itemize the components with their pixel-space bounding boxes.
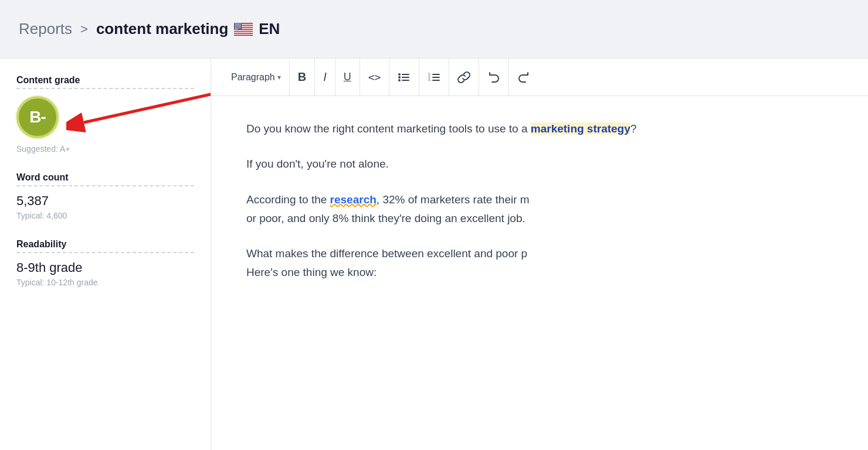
suggested-label: Suggested: A+ (16, 144, 194, 154)
code-button[interactable]: <> (360, 59, 390, 96)
paragraph-label: Paragraph (231, 72, 275, 83)
svg-rect-6 (234, 33, 253, 35)
grade-value: B- (29, 108, 46, 127)
editor-paragraph-1: Do you know the right content marketing … (246, 120, 833, 138)
svg-point-11 (238, 23, 239, 23)
bold-button[interactable]: B (290, 59, 315, 96)
breadcrumb-reports[interactable]: Reports (19, 20, 72, 38)
svg-rect-49 (402, 74, 409, 75)
paragraph2-text: If you don't, you're not alone. (246, 158, 389, 170)
word-count-section: Word count 5,387 Typical: 4,600 (16, 172, 194, 220)
readability-value: 8-9th grade (16, 260, 194, 275)
red-arrow-annotation (66, 90, 211, 137)
grade-circle: B- (16, 96, 59, 138)
readability-label: Readability (16, 239, 194, 253)
redo-button[interactable] (509, 59, 538, 96)
undo-icon (487, 71, 500, 84)
editor-paragraph-2: If you don't, you're not alone. (246, 155, 833, 173)
editor-paragraph-4: What makes the difference between excell… (246, 244, 833, 282)
svg-point-22 (238, 25, 239, 25)
svg-point-31 (236, 26, 236, 27)
bullet-list-icon (398, 71, 411, 84)
breadcrumb-locale: EN (259, 20, 280, 38)
svg-point-48 (398, 79, 401, 81)
svg-point-43 (237, 29, 238, 29)
svg-point-32 (237, 26, 238, 27)
svg-point-27 (238, 26, 238, 26)
breadcrumb-bar: Reports > content marketing (0, 0, 868, 59)
paragraph1-text2: ? (630, 122, 637, 135)
svg-rect-57 (432, 80, 440, 81)
italic-button[interactable]: I (315, 59, 335, 96)
main-layout: Content grade B- Suggested: A+ (0, 59, 868, 450)
svg-point-30 (235, 26, 235, 27)
svg-point-21 (237, 25, 238, 25)
svg-point-47 (398, 76, 401, 79)
svg-point-24 (240, 25, 241, 25)
svg-text:3.: 3. (428, 78, 431, 81)
numbered-list-icon: 1. 2. 3. (428, 71, 440, 84)
paragraph3-text2: , 32% of marketers rate their m (377, 193, 530, 206)
paragraph1-link[interactable]: marketing strategy (531, 122, 630, 135)
paragraph-dropdown[interactable]: Paragraph ▾ (223, 59, 290, 96)
svg-point-23 (239, 25, 240, 25)
svg-point-14 (235, 24, 236, 25)
svg-point-12 (239, 23, 240, 23)
link-button[interactable] (449, 59, 479, 96)
svg-point-37 (236, 28, 237, 28)
word-count-value: 5,387 (16, 193, 194, 209)
annotation-container: B- (16, 96, 194, 144)
editor-paragraph-3: According to the research, 32% of market… (246, 190, 833, 229)
underline-button[interactable]: U (335, 59, 360, 96)
numbered-list-button[interactable]: 1. 2. 3. (419, 59, 449, 96)
chevron-down-icon: ▾ (277, 73, 281, 81)
redo-icon (517, 71, 530, 84)
svg-point-33 (238, 26, 239, 27)
word-count-typical: Typical: 4,600 (16, 211, 194, 220)
breadcrumb-current-title: content marketing (96, 20, 228, 38)
content-grade-section: Content grade B- Suggested: A+ (16, 75, 194, 154)
svg-point-34 (239, 26, 240, 27)
paragraph1-text1: Do you know the right content marketing … (246, 122, 528, 135)
svg-point-19 (235, 25, 235, 25)
svg-point-17 (239, 24, 239, 25)
svg-point-8 (235, 23, 235, 23)
flag-icon (234, 23, 253, 36)
svg-point-40 (240, 28, 240, 28)
content-grade-label: Content grade (16, 75, 194, 89)
svg-rect-51 (402, 80, 409, 81)
readability-typical: Typical: 10-12th grade (16, 278, 194, 287)
svg-point-15 (236, 24, 237, 25)
svg-rect-4 (234, 29, 253, 30)
link-icon (457, 71, 470, 84)
svg-rect-56 (432, 77, 440, 78)
svg-point-18 (240, 24, 240, 25)
svg-line-45 (84, 93, 211, 122)
svg-point-28 (239, 26, 239, 26)
paragraph3-text3: or poor, and only 8% think they're doing… (246, 212, 525, 224)
word-count-label: Word count (16, 172, 194, 186)
paragraph4-text2: Here's one thing we know: (246, 266, 377, 278)
editor-content[interactable]: Do you know the right content marketing … (211, 96, 868, 450)
editor-toolbar: Paragraph ▾ B I U <> (211, 59, 868, 96)
readability-section: Readability 8-9th grade Typical: 10-12th… (16, 239, 194, 287)
svg-point-42 (236, 29, 236, 29)
svg-point-38 (238, 28, 238, 28)
svg-point-26 (236, 26, 237, 26)
editor-panel: Paragraph ▾ B I U <> (211, 59, 868, 450)
svg-point-20 (236, 25, 236, 25)
paragraph3-text1: According to the (246, 193, 330, 206)
svg-point-16 (238, 24, 238, 25)
svg-point-35 (240, 26, 241, 27)
svg-rect-50 (402, 77, 409, 78)
svg-point-29 (240, 26, 240, 26)
breadcrumb-current: content marketing (96, 20, 280, 38)
svg-rect-5 (234, 32, 253, 33)
svg-point-9 (236, 23, 236, 23)
svg-point-39 (239, 28, 239, 28)
sidebar: Content grade B- Suggested: A+ (0, 59, 211, 450)
paragraph3-link[interactable]: research (330, 193, 377, 206)
bullet-list-button[interactable] (389, 59, 419, 96)
paragraph4-text1: What makes the difference between excell… (246, 247, 527, 260)
undo-button[interactable] (479, 59, 509, 96)
